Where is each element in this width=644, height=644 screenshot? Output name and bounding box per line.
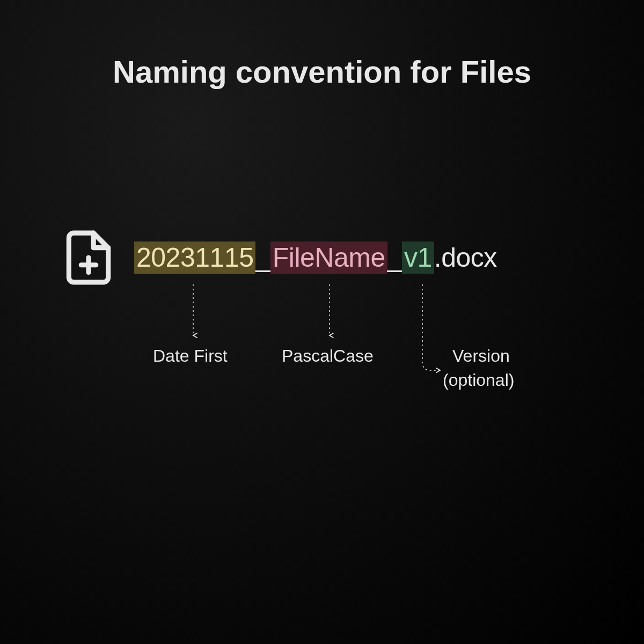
segment-name: FileName (270, 241, 387, 274)
segment-date: 20231115 (134, 241, 255, 274)
annotation-version-label-1: Version (452, 346, 510, 366)
filename-string: 20231115_FileName_v1.docx (134, 242, 497, 273)
annotation-version-label-2: (optional) (443, 370, 514, 390)
separator: _ (255, 243, 270, 273)
segment-version: v1 (402, 241, 434, 274)
annotations-layer: Date First PascalCase Version (optional) (0, 279, 644, 440)
segment-extension: .docx (434, 243, 497, 273)
page-title: Naming convention for Files (0, 54, 644, 90)
annotation-date-label: Date First (153, 346, 228, 366)
separator: _ (387, 243, 402, 273)
annotation-name-label: PascalCase (282, 346, 374, 366)
